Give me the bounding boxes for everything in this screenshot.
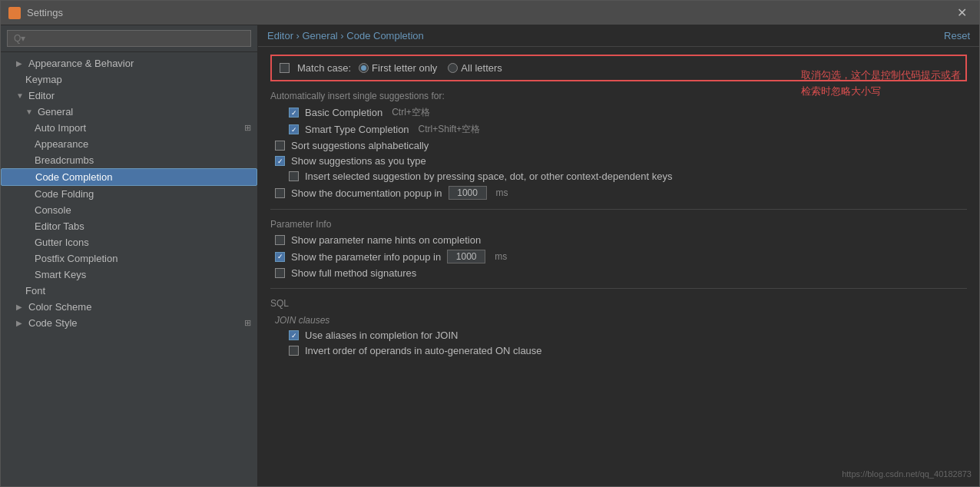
main-panel: Editor › General › Code Completion Reset… xyxy=(258,25,979,486)
sidebar-item-label: Auto Import xyxy=(35,122,241,134)
sidebar-item-smart-keys[interactable]: Smart Keys xyxy=(1,267,257,283)
sidebar-item-appearance[interactable]: Appearance xyxy=(1,136,257,152)
basic-completion-row: ✓ Basic Completion Ctrl+空格 xyxy=(270,106,967,119)
documentation-popup-input[interactable] xyxy=(449,186,487,200)
first-letter-label: First letter only xyxy=(372,62,437,74)
show-hints-label: Show parameter name hints on completion xyxy=(291,234,481,246)
reset-button[interactable]: Reset xyxy=(944,30,970,41)
show-documentation-label: Show the documentation popup in xyxy=(291,187,442,199)
app-icon xyxy=(8,7,21,19)
basic-completion-label: Basic Completion xyxy=(305,107,382,118)
show-hints-checkbox[interactable] xyxy=(275,235,285,245)
first-letter-radio[interactable]: First letter only xyxy=(359,62,437,74)
show-documentation-row: Show the documentation popup in ms xyxy=(270,186,967,200)
search-input[interactable] xyxy=(7,30,251,47)
sidebar-item-code-completion[interactable]: Code Completion xyxy=(1,168,257,186)
svg-rect-3 xyxy=(15,14,19,18)
sidebar-item-color-scheme[interactable]: ▶ Color Scheme xyxy=(1,299,257,315)
search-box[interactable] xyxy=(1,25,257,52)
sidebar-item-console[interactable]: Console xyxy=(1,202,257,218)
sidebar-item-breadcrumbs[interactable]: Breadcrumbs xyxy=(1,152,257,168)
sidebar-item-label: Keymap xyxy=(25,74,251,85)
smart-type-checkbox[interactable]: ✓ xyxy=(289,124,299,134)
settings-sidebar: ▶ Appearance & Behavior Keymap ▼ Editor … xyxy=(1,25,258,486)
divider-2 xyxy=(270,288,967,289)
close-button[interactable]: ✕ xyxy=(952,4,972,22)
sidebar-item-editor[interactable]: ▼ Editor xyxy=(1,88,257,104)
sidebar-item-general[interactable]: ▼ General xyxy=(1,104,257,120)
show-signatures-row: Show full method signatures xyxy=(270,267,967,279)
show-suggestions-row: ✓ Show suggestions as you type xyxy=(270,155,967,167)
sidebar-item-code-folding[interactable]: Code Folding xyxy=(1,186,257,202)
sidebar-item-label: Gutter Icons xyxy=(35,237,251,248)
sort-suggestions-label: Sort suggestions alphabetically xyxy=(291,140,429,151)
window-title: Settings xyxy=(27,7,63,18)
basic-completion-checkbox[interactable]: ✓ xyxy=(289,108,299,118)
all-letters-radio-circle xyxy=(448,63,458,73)
use-aliases-checkbox[interactable]: ✓ xyxy=(289,330,299,340)
sidebar-item-label: Postfix Completion xyxy=(35,253,251,264)
invert-order-checkbox[interactable] xyxy=(289,346,299,356)
sql-header: SQL xyxy=(270,298,967,309)
sidebar-item-label: General xyxy=(38,106,251,118)
sidebar-item-label: Smart Keys xyxy=(35,269,251,280)
basic-completion-shortcut: Ctrl+空格 xyxy=(392,106,430,119)
show-suggestions-checkbox[interactable]: ✓ xyxy=(275,156,285,166)
ms-suffix: ms xyxy=(496,187,508,198)
match-case-checkbox[interactable] xyxy=(280,63,290,73)
radio-group: First letter only All letters xyxy=(359,62,502,74)
sidebar-item-label: Appearance xyxy=(35,138,251,150)
svg-rect-2 xyxy=(10,14,14,18)
sidebar-item-label: Editor xyxy=(28,90,251,101)
ms-suffix-2: ms xyxy=(495,251,507,262)
show-signatures-label: Show full method signatures xyxy=(291,267,416,279)
annotation-text: 取消勾选，这个是控制代码提示或者检索时忽略大小写 xyxy=(801,68,970,100)
breadcrumb: Editor › General › Code Completion xyxy=(267,30,424,41)
sort-suggestions-row: Sort suggestions alphabetically xyxy=(270,140,967,151)
sidebar-item-label: Code Completion xyxy=(35,171,250,183)
svg-rect-1 xyxy=(15,8,19,12)
all-letters-label: All letters xyxy=(461,62,502,74)
sidebar-item-label: Color Scheme xyxy=(28,301,251,313)
join-clauses-subsection: JOIN clauses xyxy=(275,315,967,326)
copy-icon: ⊞ xyxy=(244,318,251,328)
invert-order-row: Invert order of operands in auto-generat… xyxy=(270,345,967,356)
sidebar-item-appearance-behavior[interactable]: ▶ Appearance & Behavior xyxy=(1,55,257,71)
breadcrumb-bar: Editor › General › Code Completion Reset xyxy=(258,25,979,47)
sidebar-item-code-style[interactable]: ▶ Code Style ⊞ xyxy=(1,315,257,331)
copy-icon: ⊞ xyxy=(244,123,251,133)
expand-arrow-icon: ▼ xyxy=(25,108,35,116)
expand-arrow-icon: ▼ xyxy=(16,91,25,100)
svg-rect-0 xyxy=(10,8,14,12)
insert-selected-checkbox[interactable] xyxy=(289,171,299,181)
sidebar-item-label: Console xyxy=(35,204,251,216)
show-popup-checkbox[interactable]: ✓ xyxy=(275,252,285,262)
sidebar-item-editor-tabs[interactable]: Editor Tabs xyxy=(1,218,257,234)
all-letters-radio[interactable]: All letters xyxy=(448,62,502,74)
show-documentation-checkbox[interactable] xyxy=(275,188,285,198)
insert-selected-row: Insert selected suggestion by pressing s… xyxy=(270,171,967,182)
show-suggestions-label: Show suggestions as you type xyxy=(291,155,426,167)
parameter-info-header: Parameter Info xyxy=(270,219,967,230)
divider-1 xyxy=(270,209,967,210)
expand-arrow-icon: ▶ xyxy=(16,303,25,311)
sidebar-item-gutter-icons[interactable]: Gutter Icons xyxy=(1,234,257,250)
use-aliases-label: Use aliases in completion for JOIN xyxy=(305,330,458,341)
sidebar-item-font[interactable]: Font xyxy=(1,283,257,299)
show-signatures-checkbox[interactable] xyxy=(275,268,285,278)
sidebar-item-label: Editor Tabs xyxy=(35,220,251,232)
sidebar-item-auto-import[interactable]: Auto Import ⊞ xyxy=(1,120,257,136)
settings-content: Match case: First letter only All letter… xyxy=(258,47,979,486)
smart-type-label: Smart Type Completion xyxy=(305,124,409,135)
sidebar-item-label: Code Folding xyxy=(35,188,251,200)
sidebar-item-label: Code Style xyxy=(28,317,241,329)
sidebar-item-postfix-completion[interactable]: Postfix Completion xyxy=(1,250,257,267)
sort-suggestions-checkbox[interactable] xyxy=(275,141,285,151)
sidebar-item-keymap[interactable]: Keymap xyxy=(1,71,257,88)
match-case-label: Match case: xyxy=(297,62,351,74)
sidebar-item-label: Breadcrumbs xyxy=(35,154,251,166)
title-bar: Settings ✕ xyxy=(1,1,979,25)
show-popup-label: Show the parameter info popup in xyxy=(291,251,441,263)
parameter-popup-input[interactable] xyxy=(447,250,485,263)
show-hints-row: Show parameter name hints on completion xyxy=(270,234,967,246)
